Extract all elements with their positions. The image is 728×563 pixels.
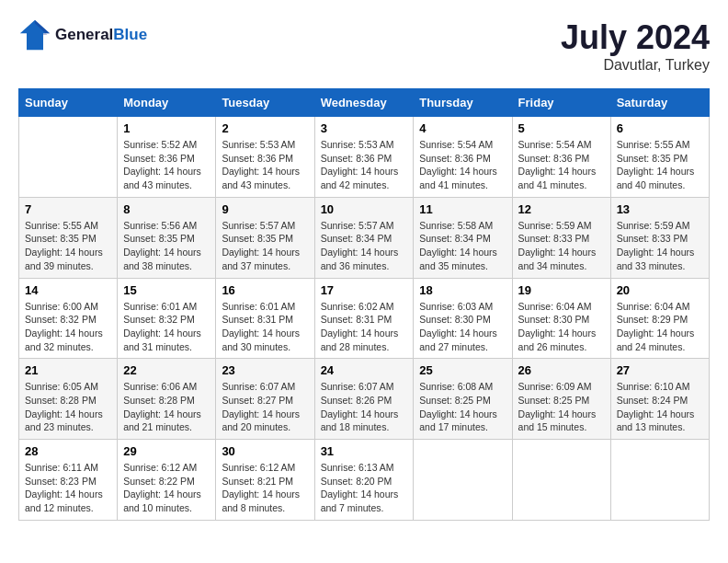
day-number: 23	[222, 363, 308, 377]
day-number: 17	[321, 283, 408, 297]
cell-content: Sunrise: 6:07 AM Sunset: 8:27 PM Dayligh…	[222, 380, 308, 434]
calendar-cell: 16Sunrise: 6:01 AM Sunset: 8:31 PM Dayli…	[216, 278, 314, 359]
calendar-cell: 12Sunrise: 5:59 AM Sunset: 8:33 PM Dayli…	[512, 197, 610, 278]
page-header: GeneralBlue July 2024 Davutlar, Turkey	[18, 18, 710, 74]
weekday-header-friday: Friday	[512, 89, 610, 117]
cell-content: Sunrise: 5:55 AM Sunset: 8:35 PM Dayligh…	[617, 138, 703, 192]
cell-content: Sunrise: 6:08 AM Sunset: 8:25 PM Dayligh…	[419, 380, 506, 434]
day-number: 27	[617, 363, 703, 377]
calendar-cell: 28Sunrise: 6:11 AM Sunset: 8:23 PM Dayli…	[19, 440, 118, 521]
cell-content: Sunrise: 5:57 AM Sunset: 8:34 PM Dayligh…	[321, 219, 408, 273]
day-number: 10	[321, 202, 408, 216]
logo-text: GeneralBlue	[55, 26, 147, 44]
calendar-cell: 9Sunrise: 5:57 AM Sunset: 8:35 PM Daylig…	[216, 197, 314, 278]
cell-content: Sunrise: 6:12 AM Sunset: 8:22 PM Dayligh…	[123, 461, 210, 515]
day-number: 20	[617, 283, 703, 297]
cell-content: Sunrise: 5:52 AM Sunset: 8:36 PM Dayligh…	[123, 138, 210, 192]
cell-content: Sunrise: 5:54 AM Sunset: 8:36 PM Dayligh…	[419, 138, 506, 192]
day-number: 12	[518, 202, 605, 216]
calendar-cell: 29Sunrise: 6:12 AM Sunset: 8:22 PM Dayli…	[118, 440, 216, 521]
cell-content: Sunrise: 6:10 AM Sunset: 8:24 PM Dayligh…	[617, 380, 703, 434]
title-area: July 2024 Davutlar, Turkey	[561, 18, 710, 74]
day-number: 13	[617, 202, 703, 216]
cell-content: Sunrise: 6:13 AM Sunset: 8:20 PM Dayligh…	[321, 461, 408, 515]
location-title: Davutlar, Turkey	[561, 57, 710, 74]
calendar-cell: 6Sunrise: 5:55 AM Sunset: 8:35 PM Daylig…	[610, 117, 709, 198]
cell-content: Sunrise: 5:53 AM Sunset: 8:36 PM Dayligh…	[321, 138, 408, 192]
cell-content: Sunrise: 5:59 AM Sunset: 8:33 PM Dayligh…	[518, 219, 605, 273]
cell-content: Sunrise: 6:01 AM Sunset: 8:31 PM Dayligh…	[222, 300, 308, 354]
cell-content: Sunrise: 6:09 AM Sunset: 8:25 PM Dayligh…	[518, 380, 605, 434]
month-title: July 2024	[561, 18, 710, 57]
calendar-cell: 11Sunrise: 5:58 AM Sunset: 8:34 PM Dayli…	[414, 197, 512, 278]
calendar-cell: 2Sunrise: 5:53 AM Sunset: 8:36 PM Daylig…	[216, 117, 314, 198]
weekday-header-wednesday: Wednesday	[314, 89, 414, 117]
day-number: 1	[123, 121, 210, 135]
calendar-cell: 22Sunrise: 6:06 AM Sunset: 8:28 PM Dayli…	[118, 359, 216, 440]
day-number: 4	[419, 121, 506, 135]
calendar-cell: 18Sunrise: 6:03 AM Sunset: 8:30 PM Dayli…	[414, 278, 512, 359]
calendar-cell: 17Sunrise: 6:02 AM Sunset: 8:31 PM Dayli…	[314, 278, 414, 359]
cell-content: Sunrise: 5:54 AM Sunset: 8:36 PM Dayligh…	[518, 138, 605, 192]
calendar-cell: 27Sunrise: 6:10 AM Sunset: 8:24 PM Dayli…	[610, 359, 709, 440]
calendar-cell: 1Sunrise: 5:52 AM Sunset: 8:36 PM Daylig…	[118, 117, 216, 198]
logo-icon	[18, 18, 51, 52]
cell-content: Sunrise: 6:04 AM Sunset: 8:30 PM Dayligh…	[518, 300, 605, 354]
day-number: 8	[123, 202, 210, 216]
day-number: 7	[25, 202, 111, 216]
calendar-cell	[610, 440, 709, 521]
cell-content: Sunrise: 6:07 AM Sunset: 8:26 PM Dayligh…	[321, 380, 408, 434]
day-number: 11	[419, 202, 506, 216]
cell-content: Sunrise: 5:57 AM Sunset: 8:35 PM Dayligh…	[222, 219, 308, 273]
day-number: 14	[25, 283, 111, 297]
calendar-cell: 14Sunrise: 6:00 AM Sunset: 8:32 PM Dayli…	[19, 278, 118, 359]
day-number: 15	[123, 283, 210, 297]
weekday-header-sunday: Sunday	[19, 89, 118, 117]
calendar-cell: 21Sunrise: 6:05 AM Sunset: 8:28 PM Dayli…	[19, 359, 118, 440]
day-number: 26	[518, 363, 605, 377]
cell-content: Sunrise: 6:11 AM Sunset: 8:23 PM Dayligh…	[25, 461, 111, 515]
calendar-cell: 31Sunrise: 6:13 AM Sunset: 8:20 PM Dayli…	[314, 440, 414, 521]
week-row-1: 1Sunrise: 5:52 AM Sunset: 8:36 PM Daylig…	[19, 117, 710, 198]
weekday-header-thursday: Thursday	[414, 89, 512, 117]
cell-content: Sunrise: 5:58 AM Sunset: 8:34 PM Dayligh…	[419, 219, 506, 273]
cell-content: Sunrise: 5:53 AM Sunset: 8:36 PM Dayligh…	[222, 138, 308, 192]
week-row-4: 21Sunrise: 6:05 AM Sunset: 8:28 PM Dayli…	[19, 359, 710, 440]
week-row-3: 14Sunrise: 6:00 AM Sunset: 8:32 PM Dayli…	[19, 278, 710, 359]
day-number: 25	[419, 363, 506, 377]
calendar-header-row: SundayMondayTuesdayWednesdayThursdayFrid…	[19, 89, 710, 117]
day-number: 16	[222, 283, 308, 297]
calendar-cell: 13Sunrise: 5:59 AM Sunset: 8:33 PM Dayli…	[610, 197, 709, 278]
weekday-header-saturday: Saturday	[610, 89, 709, 117]
calendar-cell	[19, 117, 118, 198]
day-number: 18	[419, 283, 506, 297]
day-number: 29	[123, 444, 210, 458]
cell-content: Sunrise: 6:06 AM Sunset: 8:28 PM Dayligh…	[123, 380, 210, 434]
day-number: 5	[518, 121, 605, 135]
calendar-cell: 5Sunrise: 5:54 AM Sunset: 8:36 PM Daylig…	[512, 117, 610, 198]
calendar-cell	[414, 440, 512, 521]
logo: GeneralBlue	[18, 18, 147, 52]
week-row-5: 28Sunrise: 6:11 AM Sunset: 8:23 PM Dayli…	[19, 440, 710, 521]
calendar-cell: 15Sunrise: 6:01 AM Sunset: 8:32 PM Dayli…	[118, 278, 216, 359]
cell-content: Sunrise: 6:04 AM Sunset: 8:29 PM Dayligh…	[617, 300, 703, 354]
cell-content: Sunrise: 6:02 AM Sunset: 8:31 PM Dayligh…	[321, 300, 408, 354]
calendar-table: SundayMondayTuesdayWednesdayThursdayFrid…	[18, 88, 710, 521]
cell-content: Sunrise: 6:00 AM Sunset: 8:32 PM Dayligh…	[25, 300, 111, 354]
weekday-header-monday: Monday	[118, 89, 216, 117]
cell-content: Sunrise: 6:03 AM Sunset: 8:30 PM Dayligh…	[419, 300, 506, 354]
calendar-cell: 24Sunrise: 6:07 AM Sunset: 8:26 PM Dayli…	[314, 359, 414, 440]
day-number: 2	[222, 121, 308, 135]
calendar-cell: 10Sunrise: 5:57 AM Sunset: 8:34 PM Dayli…	[314, 197, 414, 278]
cell-content: Sunrise: 5:56 AM Sunset: 8:35 PM Dayligh…	[123, 219, 210, 273]
calendar-cell	[512, 440, 610, 521]
day-number: 19	[518, 283, 605, 297]
day-number: 21	[25, 363, 111, 377]
calendar-cell: 26Sunrise: 6:09 AM Sunset: 8:25 PM Dayli…	[512, 359, 610, 440]
day-number: 3	[321, 121, 408, 135]
day-number: 6	[617, 121, 703, 135]
calendar-cell: 4Sunrise: 5:54 AM Sunset: 8:36 PM Daylig…	[414, 117, 512, 198]
calendar-cell: 7Sunrise: 5:55 AM Sunset: 8:35 PM Daylig…	[19, 197, 118, 278]
cell-content: Sunrise: 5:55 AM Sunset: 8:35 PM Dayligh…	[25, 219, 111, 273]
day-number: 30	[222, 444, 308, 458]
